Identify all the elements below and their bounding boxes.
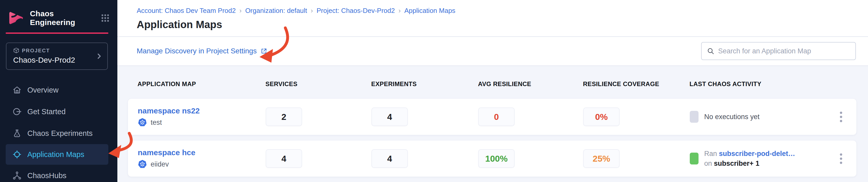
manage-discovery-link[interactable]: Manage Discovery in Project Settings: [137, 47, 268, 55]
sidebar-item-get-started[interactable]: Get Started: [6, 101, 108, 122]
sidebar: Chaos Engineering PROJECT Chaos-Dev-Prod: [0, 0, 117, 182]
sidebar-nav: Overview Get Started Chaos Experiments: [0, 79, 117, 182]
experiment-link[interactable]: subscriber-pod-delet…: [719, 150, 795, 157]
column-header-experiments: EXPERIMENTS: [371, 81, 478, 88]
application-map-link[interactable]: namespace ns22: [138, 107, 266, 115]
sidebar-item-label: ChaosHubs: [27, 172, 67, 180]
sidebar-logo-row: Chaos Engineering: [0, 0, 117, 27]
avg-resilience-value: 0: [494, 112, 499, 122]
activity-text: No executions yet: [704, 113, 760, 121]
search-box: [701, 42, 856, 60]
sidebar-item-label: Get Started: [27, 108, 65, 116]
brand-accent-rule: [6, 32, 108, 34]
table-row[interactable]: namespace ns22 test 2: [128, 98, 857, 135]
flask-icon: [12, 129, 22, 138]
application-map-cell: namespace hce eiidev: [138, 148, 266, 169]
breadcrumb-organization[interactable]: Organization: default: [245, 7, 307, 15]
column-header-last-chaos-activity: LAST CHAOS ACTIVITY: [689, 81, 836, 88]
sidebar-item-overview[interactable]: Overview: [6, 79, 108, 101]
breadcrumb-current-page[interactable]: Application Maps: [404, 7, 455, 15]
home-icon: [12, 85, 22, 95]
resilience-coverage-value: 25%: [592, 154, 610, 164]
services-count: 2: [281, 112, 286, 122]
infrastructure-name: eiidev: [151, 160, 169, 168]
column-header-application-map: APPLICATION MAP: [137, 81, 266, 88]
chaos-engineering-logo-icon: [7, 9, 26, 27]
row-menu-kebab-icon[interactable]: [836, 153, 846, 164]
application-map-link[interactable]: namespace hce: [138, 148, 266, 157]
external-link-icon: [260, 48, 268, 55]
activity-target: subscriber+ 1: [714, 159, 760, 167]
breadcrumb-separator: ›: [311, 7, 313, 15]
cube-icon: [13, 48, 19, 54]
last-chaos-activity-cell: No executions yet: [690, 111, 836, 123]
sidebar-item-chaoshubs[interactable]: ChaosHubs: [6, 165, 108, 182]
avg-resilience-value: 100%: [485, 154, 508, 164]
last-chaos-activity-cell: Ran subscriber-pod-delet… on subscriber+…: [690, 149, 836, 168]
application-map-cell: namespace ns22 test: [138, 107, 266, 127]
breadcrumb-separator: ›: [239, 7, 242, 15]
manage-discovery-label: Manage Discovery in Project Settings: [137, 47, 257, 55]
sidebar-item-label: Overview: [27, 86, 59, 94]
main-content: Account: Chaos Dev Team Prod2 › Organiza…: [117, 0, 868, 182]
app-title: Chaos Engineering: [30, 9, 101, 27]
column-header-services: SERVICES: [266, 81, 371, 88]
row-menu-kebab-icon[interactable]: [836, 112, 846, 122]
avg-resilience-cell: 100%: [478, 149, 583, 168]
activity-on-label: on: [704, 159, 712, 167]
activity-ran-label: Ran: [704, 150, 717, 157]
project-label: PROJECT: [22, 48, 50, 54]
column-header-avg-resilience: AVG RESILIENCE: [478, 81, 583, 88]
services-cell: 2: [266, 108, 371, 126]
avg-resilience-cell: 0: [478, 108, 583, 126]
search-input[interactable]: [718, 47, 850, 55]
project-selector[interactable]: PROJECT Chaos-Dev-Prod2: [6, 42, 108, 70]
application-maps-table: APPLICATION MAP SERVICES EXPERIMENTS AVG…: [117, 66, 868, 182]
resilience-coverage-cell: 0%: [583, 108, 690, 126]
search-icon: [707, 47, 715, 55]
page-title: Application Maps: [137, 19, 868, 30]
toolbar: Manage Discovery in Project Settings: [117, 37, 868, 66]
chevron-right-icon: [95, 53, 103, 60]
sidebar-item-label: Application Maps: [27, 150, 84, 159]
table-row[interactable]: namespace hce eiidev 4: [128, 140, 857, 177]
experiments-count: 4: [387, 154, 392, 164]
project-name: Chaos-Dev-Prod2: [13, 56, 102, 64]
resilience-coverage-cell: 25%: [583, 149, 690, 168]
breadcrumb-project[interactable]: Project: Chaos-Dev-Prod2: [316, 7, 395, 15]
sidebar-item-chaos-experiments[interactable]: Chaos Experiments: [6, 122, 108, 144]
kubernetes-icon: [138, 118, 147, 127]
module-grid-icon[interactable]: [101, 14, 110, 23]
table-header-row: APPLICATION MAP SERVICES EXPERIMENTS AVG…: [128, 66, 857, 98]
services-count: 4: [281, 154, 286, 164]
experiments-cell: 4: [371, 108, 478, 126]
experiments-count: 4: [387, 112, 392, 122]
chaos-engineering-app: Chaos Engineering PROJECT Chaos-Dev-Prod: [0, 0, 868, 182]
get-started-icon: [12, 107, 22, 116]
application-map-target-icon: [12, 150, 22, 159]
page-header: Account: Chaos Dev Team Prod2 › Organiza…: [117, 0, 868, 37]
services-cell: 4: [266, 149, 371, 168]
breadcrumb-separator: ›: [399, 7, 401, 15]
sidebar-item-application-maps[interactable]: Application Maps: [6, 144, 108, 165]
experiments-cell: 4: [371, 149, 478, 168]
infrastructure-name: test: [151, 119, 162, 127]
breadcrumb-account[interactable]: Account: Chaos Dev Team Prod2: [137, 7, 236, 15]
column-header-resilience-coverage: RESILIENCE COVERAGE: [583, 81, 689, 88]
kubernetes-icon: [138, 159, 147, 169]
hub-network-icon: [12, 171, 22, 180]
execution-status-square: [690, 153, 699, 164]
resilience-coverage-value: 0%: [595, 112, 608, 122]
sidebar-item-label: Chaos Experiments: [27, 129, 93, 138]
execution-status-square: [690, 111, 699, 123]
breadcrumb: Account: Chaos Dev Team Prod2 › Organiza…: [137, 7, 868, 15]
